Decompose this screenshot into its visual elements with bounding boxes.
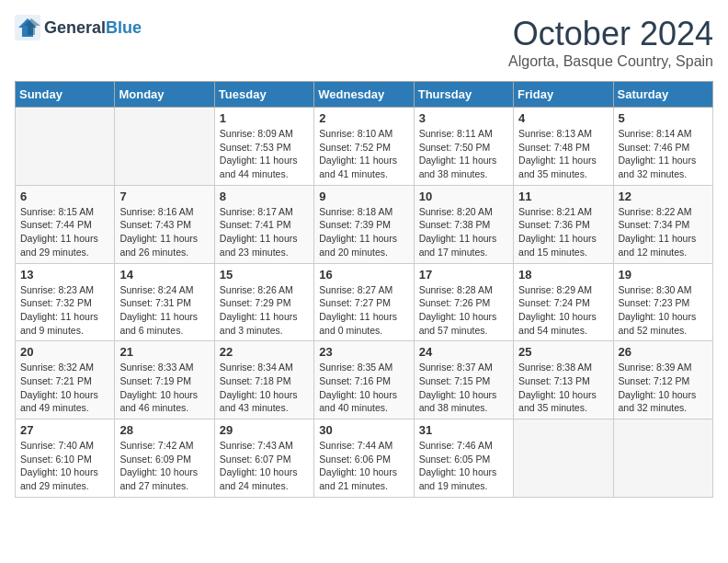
day-info: Sunrise: 7:40 AMSunset: 6:10 PMDaylight:… — [20, 439, 109, 493]
day-info: Sunrise: 8:17 AMSunset: 7:41 PMDaylight:… — [220, 205, 309, 259]
day-number: 19 — [619, 268, 708, 282]
day-info: Sunrise: 8:29 AMSunset: 7:24 PMDaylight:… — [518, 283, 608, 338]
calendar-cell: 1Sunrise: 8:09 AMSunset: 7:53 PMDaylight… — [214, 108, 313, 186]
day-info: Sunrise: 8:11 AMSunset: 7:50 PMDaylight:… — [419, 127, 508, 181]
calendar-cell: 10Sunrise: 8:20 AMSunset: 7:38 PMDayligh… — [414, 185, 513, 263]
weekday-header: Monday — [115, 82, 214, 108]
calendar-cell: 31Sunrise: 7:46 AMSunset: 6:05 PMDayligh… — [414, 419, 513, 498]
day-number: 30 — [319, 423, 408, 437]
calendar-header-row: SundayMondayTuesdayWednesdayThursdayFrid… — [16, 82, 713, 108]
calendar-cell: 9Sunrise: 8:18 AMSunset: 7:39 PMDaylight… — [314, 185, 414, 263]
day-number: 7 — [119, 190, 209, 203]
day-info: Sunrise: 8:18 AMSunset: 7:39 PMDaylight:… — [319, 205, 408, 259]
day-number: 2 — [319, 111, 408, 125]
calendar-cell: 22Sunrise: 8:34 AMSunset: 7:18 PMDayligh… — [214, 341, 313, 419]
calendar-week-row: 13Sunrise: 8:23 AMSunset: 7:32 PMDayligh… — [16, 263, 713, 341]
day-info: Sunrise: 8:32 AMSunset: 7:21 PMDaylight:… — [20, 361, 109, 415]
day-number: 27 — [20, 423, 109, 437]
calendar-cell: 18Sunrise: 8:29 AMSunset: 7:24 PMDayligh… — [514, 263, 613, 341]
calendar-cell: 3Sunrise: 8:11 AMSunset: 7:50 PMDaylight… — [414, 108, 513, 186]
calendar-cell: 6Sunrise: 8:15 AMSunset: 7:44 PMDaylight… — [16, 185, 115, 263]
calendar-cell: 29Sunrise: 7:43 AMSunset: 6:07 PMDayligh… — [214, 419, 313, 498]
calendar-cell: 11Sunrise: 8:21 AMSunset: 7:36 PMDayligh… — [514, 185, 613, 263]
weekday-header: Wednesday — [314, 82, 414, 108]
day-number: 6 — [20, 190, 109, 203]
weekday-header: Saturday — [613, 82, 712, 108]
calendar-cell — [115, 108, 214, 186]
day-info: Sunrise: 8:26 AMSunset: 7:29 PMDaylight:… — [220, 283, 309, 338]
day-info: Sunrise: 8:24 AMSunset: 7:31 PMDaylight:… — [119, 283, 209, 338]
calendar-cell — [514, 419, 613, 498]
weekday-header: Friday — [514, 82, 613, 108]
page-header: GeneralBlue October 2024 Algorta, Basque… — [15, 15, 713, 70]
calendar-cell: 15Sunrise: 8:26 AMSunset: 7:29 PMDayligh… — [214, 263, 313, 341]
calendar-cell: 20Sunrise: 8:32 AMSunset: 7:21 PMDayligh… — [16, 341, 115, 419]
day-number: 10 — [419, 190, 508, 203]
day-number: 5 — [619, 111, 708, 125]
logo-general: General — [44, 18, 106, 37]
logo-text: GeneralBlue — [44, 18, 142, 38]
day-info: Sunrise: 7:44 AMSunset: 6:06 PMDaylight:… — [319, 439, 408, 493]
logo-blue: Blue — [106, 18, 142, 37]
day-number: 31 — [419, 423, 508, 437]
calendar-cell: 14Sunrise: 8:24 AMSunset: 7:31 PMDayligh… — [115, 263, 214, 341]
day-info: Sunrise: 8:34 AMSunset: 7:18 PMDaylight:… — [220, 361, 309, 415]
day-number: 9 — [319, 190, 408, 203]
calendar-week-row: 20Sunrise: 8:32 AMSunset: 7:21 PMDayligh… — [16, 341, 713, 419]
day-number: 4 — [518, 111, 608, 125]
day-number: 15 — [220, 268, 309, 282]
day-info: Sunrise: 8:39 AMSunset: 7:12 PMDaylight:… — [619, 361, 708, 415]
day-info: Sunrise: 8:27 AMSunset: 7:27 PMDaylight:… — [319, 283, 408, 338]
weekday-header: Tuesday — [214, 82, 313, 108]
day-info: Sunrise: 8:13 AMSunset: 7:48 PMDaylight:… — [518, 127, 608, 181]
calendar-cell: 8Sunrise: 8:17 AMSunset: 7:41 PMDaylight… — [214, 185, 313, 263]
day-info: Sunrise: 7:42 AMSunset: 6:09 PMDaylight:… — [119, 439, 209, 493]
day-info: Sunrise: 8:15 AMSunset: 7:44 PMDaylight:… — [20, 205, 109, 259]
weekday-header: Thursday — [414, 82, 513, 108]
logo: GeneralBlue — [15, 15, 142, 40]
calendar-week-row: 1Sunrise: 8:09 AMSunset: 7:53 PMDaylight… — [16, 108, 713, 186]
day-info: Sunrise: 8:37 AMSunset: 7:15 PMDaylight:… — [419, 361, 508, 415]
day-info: Sunrise: 8:16 AMSunset: 7:43 PMDaylight:… — [119, 205, 209, 259]
calendar-cell: 21Sunrise: 8:33 AMSunset: 7:19 PMDayligh… — [115, 341, 214, 419]
day-info: Sunrise: 8:23 AMSunset: 7:32 PMDaylight:… — [20, 283, 109, 338]
calendar-cell: 5Sunrise: 8:14 AMSunset: 7:46 PMDaylight… — [613, 108, 712, 186]
calendar-cell: 17Sunrise: 8:28 AMSunset: 7:26 PMDayligh… — [414, 263, 513, 341]
day-info: Sunrise: 8:21 AMSunset: 7:36 PMDaylight:… — [518, 205, 608, 259]
title-block: October 2024 Algorta, Basque Country, Sp… — [508, 15, 713, 70]
day-number: 29 — [220, 423, 309, 437]
day-info: Sunrise: 8:38 AMSunset: 7:13 PMDaylight:… — [518, 361, 608, 415]
calendar-table: SundayMondayTuesdayWednesdayThursdayFrid… — [15, 81, 713, 498]
day-number: 26 — [619, 345, 708, 359]
calendar-cell: 25Sunrise: 8:38 AMSunset: 7:13 PMDayligh… — [514, 341, 613, 419]
day-number: 16 — [319, 268, 408, 282]
day-info: Sunrise: 8:20 AMSunset: 7:38 PMDaylight:… — [419, 205, 508, 259]
day-number: 21 — [119, 345, 209, 359]
day-info: Sunrise: 7:46 AMSunset: 6:05 PMDaylight:… — [419, 439, 508, 493]
calendar-cell: 28Sunrise: 7:42 AMSunset: 6:09 PMDayligh… — [115, 419, 214, 498]
calendar-week-row: 27Sunrise: 7:40 AMSunset: 6:10 PMDayligh… — [16, 419, 713, 498]
day-number: 14 — [119, 268, 209, 282]
day-info: Sunrise: 8:30 AMSunset: 7:23 PMDaylight:… — [619, 283, 708, 338]
calendar-cell: 12Sunrise: 8:22 AMSunset: 7:34 PMDayligh… — [613, 185, 712, 263]
day-number: 8 — [220, 190, 309, 203]
calendar-cell: 13Sunrise: 8:23 AMSunset: 7:32 PMDayligh… — [16, 263, 115, 341]
day-number: 11 — [518, 190, 608, 203]
calendar-cell: 24Sunrise: 8:37 AMSunset: 7:15 PMDayligh… — [414, 341, 513, 419]
day-number: 25 — [518, 345, 608, 359]
month-title: October 2024 — [508, 15, 713, 53]
day-number: 24 — [419, 345, 508, 359]
day-info: Sunrise: 8:35 AMSunset: 7:16 PMDaylight:… — [319, 361, 408, 415]
logo-icon — [15, 15, 40, 40]
day-info: Sunrise: 8:10 AMSunset: 7:52 PMDaylight:… — [319, 127, 408, 181]
day-number: 1 — [220, 111, 309, 125]
day-info: Sunrise: 8:14 AMSunset: 7:46 PMDaylight:… — [619, 127, 708, 181]
day-number: 3 — [419, 111, 508, 125]
day-number: 28 — [119, 423, 209, 437]
day-info: Sunrise: 8:09 AMSunset: 7:53 PMDaylight:… — [220, 127, 309, 181]
location-title: Algorta, Basque Country, Spain — [508, 53, 713, 70]
calendar-cell: 26Sunrise: 8:39 AMSunset: 7:12 PMDayligh… — [613, 341, 712, 419]
day-number: 12 — [619, 190, 708, 203]
day-number: 23 — [319, 345, 408, 359]
day-number: 22 — [220, 345, 309, 359]
